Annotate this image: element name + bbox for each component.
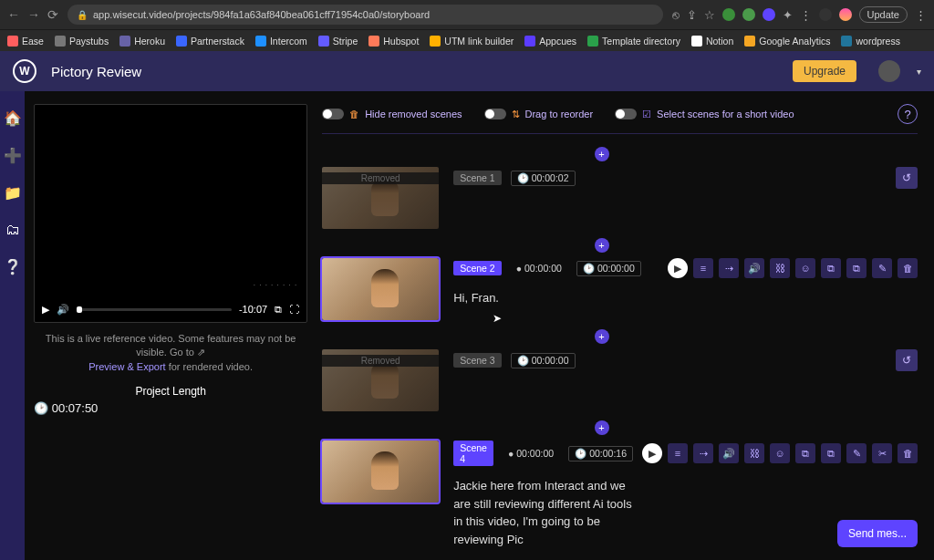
forward-icon[interactable]: → [27, 7, 40, 22]
trash-icon: 🗑 [349, 109, 359, 119]
edit-icon[interactable]: ✎ [872, 258, 892, 278]
kebab-icon[interactable]: ⋮ [915, 8, 927, 22]
reload-icon[interactable]: ⟳ [47, 7, 58, 22]
scene-thumbnail[interactable] [322, 167, 439, 229]
help-icon[interactable]: ❔ [4, 258, 22, 275]
copy-icon[interactable]: ⧉ [821, 443, 841, 463]
scene-thumbnail[interactable] [322, 349, 439, 411]
emoji-icon[interactable]: ☺ [795, 258, 815, 278]
emoji-icon[interactable]: ☺ [770, 443, 790, 463]
back-icon[interactable]: ← [7, 7, 20, 22]
bookmark-item[interactable]: Partnerstack [176, 36, 244, 47]
folder-icon[interactable]: 📁 [4, 184, 22, 202]
video-canvas[interactable]: · · · · · · · · [35, 105, 306, 296]
library-icon[interactable]: 🗂 [5, 222, 20, 238]
split-icon[interactable]: ⇢ [719, 258, 739, 278]
play-scene-button[interactable]: ▶ [668, 258, 688, 278]
switch-icon[interactable] [484, 109, 506, 119]
window-icon[interactable] [819, 8, 832, 21]
update-button[interactable]: Update [859, 6, 908, 23]
home-icon[interactable]: 🏠 [4, 109, 22, 127]
scenes-list: + Scene 1 🕑 00:00:02 ↺ + [322, 147, 918, 548]
scene-row: Scene 4 ● 00:00:00 🕑 00:00:16 ▶ ≡ ⇢ 🔊 ⛓ … [322, 441, 918, 548]
bookmark-item[interactable]: Stripe [318, 36, 358, 47]
volume-icon[interactable]: 🔊 [57, 304, 69, 316]
add-scene-button[interactable]: + [595, 420, 609, 435]
bookmark-item[interactable]: UTM link builder [430, 36, 514, 47]
profile-avatar[interactable] [839, 8, 852, 21]
ext-icon-1[interactable] [722, 8, 735, 21]
scene-actions: ▶ ≡ ⇢ 🔊 ⛓ ☺ ⧉ ⧉ ✎ ✂ 🗑 [642, 443, 918, 463]
url-bar[interactable]: 🔒 app.wisecut.video/projects/984fa1a63af… [67, 5, 663, 25]
copy-icon[interactable]: ⧉ [846, 258, 867, 278]
app-logo[interactable]: W [13, 59, 36, 83]
scene-duration: 🕑 00:00:16 [568, 446, 633, 461]
bookmark-item[interactable]: Notion [691, 36, 733, 47]
video-player: · · · · · · · · ▶ 🔊 -10:07 ⧉ ⛶ [34, 104, 307, 323]
play-scene-button[interactable]: ▶ [642, 443, 662, 463]
edit-icon[interactable]: ✎ [846, 443, 867, 463]
preview-panel: · · · · · · · · ▶ 🔊 -10:07 ⧉ ⛶ This is a… [25, 91, 317, 560]
video-controls: ▶ 🔊 -10:07 ⧉ ⛶ [35, 296, 306, 322]
caption-icon[interactable]: ⧉ [795, 443, 815, 463]
project-length-label: Project Length [34, 385, 307, 398]
audio-icon[interactable]: 🔊 [744, 258, 764, 278]
switch-icon[interactable] [322, 109, 344, 119]
bookmark-item[interactable]: Heroku [119, 36, 165, 47]
audio-icon[interactable]: 🔊 [719, 443, 739, 463]
fullscreen-icon[interactable]: ⛶ [289, 304, 299, 315]
link-icon[interactable]: ⛓ [770, 258, 790, 278]
share-icon[interactable]: ⇪ [687, 8, 697, 22]
toggle-hide-removed[interactable]: 🗑 Hide removed scenes [322, 109, 462, 119]
bookmark-item[interactable]: Template directory [587, 36, 680, 47]
toggle-select-scenes[interactable]: ☑ Select scenes for a short video [615, 109, 794, 120]
bookmark-item[interactable]: Ease [7, 36, 44, 47]
play-icon[interactable]: ▶ [42, 304, 49, 316]
upgrade-button[interactable]: Upgrade [793, 60, 856, 82]
bookmark-item[interactable]: Hubspot [368, 36, 419, 47]
scene-thumbnail[interactable] [322, 258, 439, 320]
chat-button[interactable]: Send mes... [837, 520, 918, 547]
cast-icon[interactable]: ⎋ [672, 8, 680, 22]
scene-row: Scene 3 🕑 00:00:00 ↺ [322, 349, 918, 411]
add-scene-button[interactable]: + [595, 329, 609, 344]
help-button[interactable]: ? [898, 104, 918, 124]
preview-export-link[interactable]: Preview & Export [88, 361, 165, 372]
page-title: Pictory Review [51, 64, 141, 79]
link-icon[interactable]: ⛓ [744, 443, 764, 463]
delete-icon[interactable]: 🗑 [898, 443, 918, 463]
caption-icon[interactable]: ⧉ [821, 258, 841, 278]
toggle-drag-reorder[interactable]: ⇅ Drag to reorder [484, 109, 594, 120]
cut-icon[interactable]: ✂ [872, 443, 892, 463]
add-icon[interactable]: ➕ [4, 147, 22, 164]
extensions-icon[interactable]: ✦ [783, 8, 793, 22]
ext-icon-3[interactable] [763, 8, 775, 21]
scene-transcript[interactable]: Jackie here from Interact and we are sti… [453, 477, 636, 548]
scene-thumbnail[interactable] [322, 441, 439, 503]
bookmark-item[interactable]: wordpress [841, 36, 899, 47]
list-icon[interactable]: ≡ [668, 443, 688, 463]
scene-badge: Scene 2 [453, 261, 502, 275]
bookmark-item[interactable]: Appcues [524, 36, 576, 47]
user-avatar[interactable] [878, 60, 900, 82]
browser-toolbar: ← → ⟳ 🔒 app.wisecut.video/projects/984fa… [0, 0, 934, 29]
restore-button[interactable]: ↺ [896, 349, 918, 371]
list-icon[interactable]: ≡ [693, 258, 713, 278]
bookmark-item[interactable]: Paystubs [55, 36, 109, 47]
restore-button[interactable]: ↺ [896, 167, 918, 189]
add-scene-button[interactable]: + [595, 147, 609, 161]
split-icon[interactable]: ⇢ [693, 443, 713, 463]
ext-icon-2[interactable] [742, 8, 755, 21]
add-scene-button[interactable]: + [595, 238, 609, 253]
bookmark-item[interactable]: Google Analytics [744, 36, 830, 47]
scene-transcript[interactable]: Hi, Fran. [453, 289, 636, 307]
progress-bar[interactable] [77, 308, 232, 311]
switch-icon[interactable] [615, 109, 637, 119]
bookmark-item[interactable]: Intercom [255, 36, 307, 47]
share-icon-inline: ⇗ [197, 347, 205, 358]
more-icon[interactable]: ⋮ [800, 8, 812, 22]
chevron-down-icon[interactable]: ▾ [917, 67, 921, 77]
star-icon[interactable]: ☆ [704, 8, 715, 22]
pip-icon[interactable]: ⧉ [275, 304, 282, 316]
delete-icon[interactable]: 🗑 [898, 258, 918, 278]
